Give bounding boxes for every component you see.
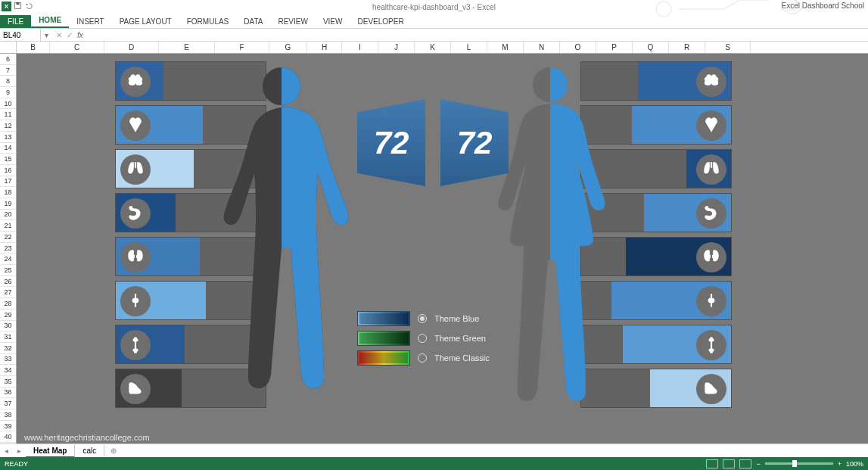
row-header[interactable]: 25 — [0, 265, 16, 276]
column-header[interactable]: K — [415, 42, 451, 53]
row-header[interactable]: 19 — [0, 198, 16, 210]
sheet-nav-next-icon[interactable]: ▸ — [13, 447, 26, 455]
row-header[interactable]: 31 — [0, 331, 16, 343]
ribbon-tab-home[interactable]: HOME — [31, 14, 69, 28]
row-header[interactable]: 12 — [0, 120, 16, 132]
column-header[interactable]: E — [159, 42, 215, 53]
row-header[interactable]: 40 — [0, 431, 16, 443]
row-header[interactable]: 30 — [0, 321, 16, 332]
column-header[interactable]: P — [596, 42, 633, 53]
page-layout-view-icon[interactable] — [723, 459, 735, 468]
row-header[interactable]: 26 — [0, 276, 16, 288]
zoom-in-icon[interactable]: + — [838, 460, 842, 468]
row-header[interactable]: 21 — [0, 220, 16, 232]
column-header[interactable]: F — [215, 42, 269, 53]
row-header[interactable]: 8 — [0, 76, 16, 87]
column-header[interactable]: D — [104, 42, 159, 53]
row-header[interactable]: 35 — [0, 376, 16, 388]
column-header[interactable]: I — [342, 42, 378, 53]
row-header[interactable]: 32 — [0, 343, 16, 354]
ribbon-tab-review[interactable]: REVIEW — [270, 15, 315, 28]
row-header[interactable]: 37 — [0, 398, 16, 409]
column-header[interactable]: M — [487, 42, 524, 53]
radio-icon[interactable] — [418, 314, 427, 323]
column-header[interactable]: N — [524, 42, 560, 53]
row-header[interactable]: 33 — [0, 354, 16, 366]
row-header[interactable]: 10 — [0, 98, 16, 110]
column-header[interactable]: C — [50, 42, 104, 53]
ribbon-tab-data[interactable]: DATA — [236, 15, 270, 28]
select-all-corner[interactable] — [0, 42, 17, 53]
column-header[interactable]: H — [307, 42, 342, 53]
row-header[interactable]: 18 — [0, 187, 16, 198]
row-header[interactable]: 9 — [0, 87, 16, 98]
ribbon-tab-developer[interactable]: DEVELOPER — [350, 15, 411, 28]
column-header[interactable]: J — [378, 42, 415, 53]
kidneys-icon — [120, 242, 151, 272]
ribbon-tab-page-layout[interactable]: PAGE LAYOUT — [112, 15, 179, 28]
watermark-text: www.heritagechristiancollege.com — [24, 433, 150, 442]
column-header[interactable]: G — [269, 42, 307, 53]
row-header[interactable]: 17 — [0, 176, 16, 188]
theme-option-theme-green[interactable]: Theme Green — [357, 331, 509, 346]
column-header[interactable]: L — [451, 42, 487, 53]
row-header[interactable]: 20 — [0, 210, 16, 221]
name-box[interactable]: BL40 — [0, 29, 41, 41]
save-icon[interactable] — [14, 2, 22, 11]
ribbon-tab-insert[interactable]: INSERT — [69, 15, 112, 28]
row-header[interactable]: 13 — [0, 132, 16, 143]
ribbon-tab-formulas[interactable]: FORMULAS — [179, 15, 237, 28]
row-header[interactable]: 28 — [0, 298, 16, 310]
row-header[interactable]: 6 — [0, 54, 16, 65]
page-break-view-icon[interactable] — [739, 459, 751, 468]
heart-icon — [696, 110, 726, 141]
radio-icon[interactable] — [418, 353, 427, 363]
row-headers: 6789101112131415161718192021222324252627… — [0, 54, 17, 444]
row-header[interactable]: 24 — [0, 254, 16, 265]
sheet-nav-prev-icon[interactable]: ◂ — [0, 447, 13, 455]
name-box-dropdown-icon[interactable]: ▾ — [41, 31, 51, 39]
row-header[interactable]: 7 — [0, 65, 16, 76]
normal-view-icon[interactable] — [706, 459, 718, 468]
zoom-slider[interactable] — [765, 462, 833, 465]
ribbon-tab-file[interactable]: FILE — [0, 15, 31, 28]
undo-icon[interactable] — [24, 2, 33, 11]
row-header[interactable]: 36 — [0, 388, 16, 399]
theme-swatch — [357, 331, 410, 346]
sheet-tab-heat-map[interactable]: Heat Map — [26, 445, 75, 458]
theme-option-theme-blue[interactable]: Theme Blue — [357, 311, 509, 326]
kidneys-icon — [696, 242, 726, 272]
row-header[interactable]: 27 — [0, 287, 16, 298]
sheet-tab-bar: ◂ ▸ Heat Mapcalc ⊕ — [0, 444, 868, 457]
add-sheet-icon[interactable]: ⊕ — [104, 447, 123, 455]
row-header[interactable]: 22 — [0, 232, 16, 243]
ribbon-tab-view[interactable]: VIEW — [316, 15, 350, 28]
row-header[interactable]: 29 — [0, 310, 16, 321]
radio-icon[interactable] — [418, 334, 427, 343]
zoom-level[interactable]: 100% — [846, 460, 863, 468]
row-header[interactable]: 23 — [0, 243, 16, 254]
enter-icon[interactable]: ✓ — [67, 31, 73, 39]
row-header[interactable]: 15 — [0, 154, 16, 165]
row-header[interactable]: 16 — [0, 165, 16, 176]
column-header[interactable]: Q — [633, 42, 669, 53]
column-header[interactable]: O — [560, 42, 596, 53]
column-header[interactable]: S — [705, 42, 751, 53]
sheet-tab-calc[interactable]: calc — [75, 445, 104, 456]
theme-label: Theme Blue — [434, 314, 479, 323]
row-header[interactable]: 14 — [0, 143, 16, 154]
row-header[interactable]: 34 — [0, 365, 16, 376]
column-header[interactable]: R — [669, 42, 705, 53]
lungs-icon — [696, 154, 726, 185]
row-header[interactable]: 38 — [0, 409, 16, 421]
row-header[interactable]: 39 — [0, 421, 16, 432]
theme-option-theme-classic[interactable]: Theme Classic — [357, 350, 509, 366]
cancel-icon[interactable]: ✕ — [56, 31, 62, 39]
heart-icon — [120, 110, 151, 141]
zoom-out-icon[interactable]: − — [756, 460, 760, 468]
dashboard-canvas: 72 72 Theme BlueTheme GreenTheme Classic… — [17, 54, 868, 444]
fx-icon[interactable]: fx — [77, 31, 83, 39]
female-score-badge: 72 — [440, 99, 509, 186]
column-header[interactable]: B — [17, 42, 50, 53]
row-header[interactable]: 11 — [0, 109, 16, 120]
